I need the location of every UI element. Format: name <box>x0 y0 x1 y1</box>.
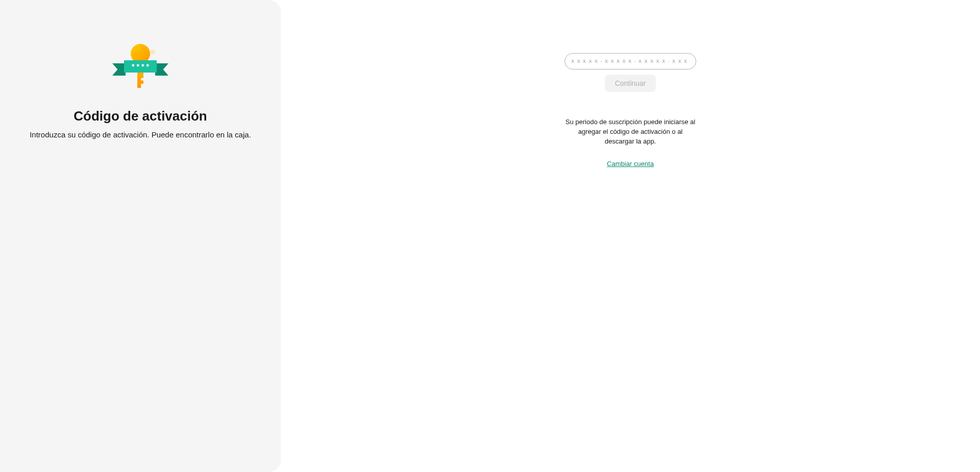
info-panel: * * * * Código de activación Introduzca … <box>0 0 281 472</box>
ribbon-front-icon: * * * * <box>124 60 157 73</box>
ribbon-right-icon <box>155 63 168 76</box>
key-stem-icon <box>137 72 143 88</box>
key-hole-icon <box>150 50 155 55</box>
asterisk-icon: * <box>141 63 144 70</box>
activation-key-icon: * * * * <box>112 44 168 90</box>
continue-button[interactable]: Continuar <box>605 75 656 92</box>
change-account-link[interactable]: Cambiar cuenta <box>607 160 654 168</box>
subscription-info-text: Su periodo de suscripción puede iniciars… <box>564 117 697 147</box>
page-title: Código de activación <box>74 108 207 124</box>
form-panel: Continuar Su periodo de suscripción pued… <box>281 0 980 472</box>
asterisk-icon: * <box>137 63 139 70</box>
activation-code-input[interactable] <box>565 53 696 69</box>
asterisk-icon: * <box>146 63 149 70</box>
page-subtitle: Introduzca su código de activación. Pued… <box>30 130 251 139</box>
asterisk-icon: * <box>132 63 134 70</box>
